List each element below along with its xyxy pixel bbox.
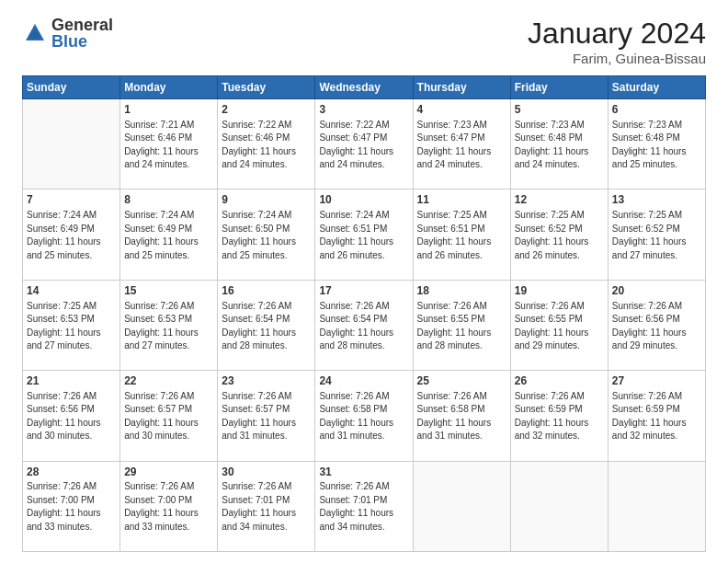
day-cell: 1Sunrise: 7:21 AMSunset: 6:46 PMDaylight…: [120, 99, 218, 190]
day-info: Sunrise: 7:26 AMSunset: 7:01 PMDaylight:…: [222, 480, 311, 534]
day-info: Sunrise: 7:25 AMSunset: 6:53 PMDaylight:…: [27, 300, 116, 353]
day-number: 27: [612, 373, 701, 389]
day-number: 21: [27, 373, 116, 389]
logo-text: General Blue: [51, 17, 113, 50]
day-cell: 6Sunrise: 7:23 AMSunset: 6:48 PMDaylight…: [608, 99, 705, 190]
day-info: Sunrise: 7:26 AMSunset: 6:57 PMDaylight:…: [222, 390, 311, 443]
day-cell: 9Sunrise: 7:24 AMSunset: 6:50 PMDaylight…: [218, 190, 315, 280]
day-header-thursday: Thursday: [413, 76, 510, 99]
day-cell: 8Sunrise: 7:24 AMSunset: 6:49 PMDaylight…: [120, 190, 218, 280]
day-number: 11: [417, 192, 506, 208]
day-header-sunday: Sunday: [23, 76, 120, 99]
day-cell: 19Sunrise: 7:26 AMSunset: 6:55 PMDayligh…: [510, 280, 608, 370]
day-number: 29: [124, 465, 213, 480]
day-cell: 16Sunrise: 7:26 AMSunset: 6:54 PMDayligh…: [218, 280, 315, 370]
day-info: Sunrise: 7:26 AMSunset: 7:01 PMDaylight:…: [319, 480, 408, 534]
month-title: January 2024: [528, 17, 706, 51]
day-cell: 4Sunrise: 7:23 AMSunset: 6:47 PMDaylight…: [413, 99, 510, 190]
day-info: Sunrise: 7:26 AMSunset: 6:58 PMDaylight:…: [319, 390, 408, 443]
day-number: 30: [222, 465, 311, 480]
day-cell: [23, 99, 120, 190]
week-row-3: 14Sunrise: 7:25 AMSunset: 6:53 PMDayligh…: [23, 280, 706, 370]
day-cell: 11Sunrise: 7:25 AMSunset: 6:51 PMDayligh…: [413, 190, 510, 280]
day-cell: 31Sunrise: 7:26 AMSunset: 7:01 PMDayligh…: [315, 461, 413, 551]
day-cell: 24Sunrise: 7:26 AMSunset: 6:58 PMDayligh…: [315, 371, 413, 461]
day-info: Sunrise: 7:26 AMSunset: 6:55 PMDaylight:…: [515, 300, 604, 353]
day-info: Sunrise: 7:26 AMSunset: 7:00 PMDaylight:…: [27, 480, 116, 534]
logo: General Blue: [22, 17, 113, 50]
day-info: Sunrise: 7:24 AMSunset: 6:49 PMDaylight:…: [27, 209, 116, 262]
day-number: 15: [124, 283, 213, 299]
day-number: 24: [319, 373, 408, 389]
day-info: Sunrise: 7:26 AMSunset: 6:53 PMDaylight:…: [124, 300, 213, 353]
day-cell: 25Sunrise: 7:26 AMSunset: 6:58 PMDayligh…: [413, 371, 510, 461]
day-cell: 21Sunrise: 7:26 AMSunset: 6:56 PMDayligh…: [23, 371, 120, 461]
day-cell: 27Sunrise: 7:26 AMSunset: 6:59 PMDayligh…: [608, 371, 705, 461]
day-number: 3: [319, 102, 408, 118]
day-cell: 7Sunrise: 7:24 AMSunset: 6:49 PMDaylight…: [23, 190, 120, 280]
day-cell: 23Sunrise: 7:26 AMSunset: 6:57 PMDayligh…: [218, 371, 315, 461]
day-cell: 30Sunrise: 7:26 AMSunset: 7:01 PMDayligh…: [218, 461, 315, 551]
day-header-friday: Friday: [510, 76, 608, 99]
day-info: Sunrise: 7:26 AMSunset: 6:58 PMDaylight:…: [417, 390, 506, 443]
day-number: 4: [417, 102, 506, 118]
day-cell: [608, 461, 705, 551]
day-number: 6: [612, 102, 701, 118]
day-cell: 17Sunrise: 7:26 AMSunset: 6:54 PMDayligh…: [315, 280, 413, 370]
day-number: 10: [319, 192, 408, 208]
day-cell: 18Sunrise: 7:26 AMSunset: 6:55 PMDayligh…: [413, 280, 510, 370]
day-number: 12: [515, 192, 604, 208]
day-header-saturday: Saturday: [608, 76, 705, 99]
day-cell: 10Sunrise: 7:24 AMSunset: 6:51 PMDayligh…: [315, 190, 413, 280]
day-number: 8: [124, 192, 213, 208]
day-cell: [510, 461, 608, 551]
day-info: Sunrise: 7:25 AMSunset: 6:52 PMDaylight:…: [612, 209, 701, 262]
day-info: Sunrise: 7:26 AMSunset: 6:59 PMDaylight:…: [612, 390, 701, 443]
day-cell: 20Sunrise: 7:26 AMSunset: 6:56 PMDayligh…: [608, 280, 705, 370]
day-number: 5: [515, 102, 604, 118]
logo-general-label: General: [51, 17, 113, 33]
day-info: Sunrise: 7:26 AMSunset: 7:00 PMDaylight:…: [124, 480, 213, 534]
location: Farim, Guinea-Bissau: [528, 51, 706, 66]
day-info: Sunrise: 7:22 AMSunset: 6:46 PMDaylight:…: [222, 119, 311, 172]
logo-icon: [22, 20, 48, 46]
calendar-body: 1Sunrise: 7:21 AMSunset: 6:46 PMDaylight…: [23, 99, 706, 552]
calendar-header: SundayMondayTuesdayWednesdayThursdayFrid…: [23, 76, 706, 99]
day-number: 18: [417, 283, 506, 299]
day-header-row: SundayMondayTuesdayWednesdayThursdayFrid…: [23, 76, 706, 99]
day-info: Sunrise: 7:26 AMSunset: 6:56 PMDaylight:…: [27, 390, 116, 443]
day-info: Sunrise: 7:23 AMSunset: 6:48 PMDaylight:…: [515, 119, 604, 172]
day-header-monday: Monday: [120, 76, 218, 99]
day-info: Sunrise: 7:25 AMSunset: 6:52 PMDaylight:…: [515, 209, 604, 262]
calendar: SundayMondayTuesdayWednesdayThursdayFrid…: [22, 75, 706, 552]
day-info: Sunrise: 7:24 AMSunset: 6:49 PMDaylight:…: [124, 209, 213, 262]
day-cell: [413, 461, 510, 551]
week-row-1: 1Sunrise: 7:21 AMSunset: 6:46 PMDaylight…: [23, 99, 706, 190]
day-info: Sunrise: 7:26 AMSunset: 6:57 PMDaylight:…: [124, 390, 213, 443]
day-number: 20: [612, 283, 701, 299]
day-cell: 14Sunrise: 7:25 AMSunset: 6:53 PMDayligh…: [23, 280, 120, 370]
day-number: 16: [222, 283, 311, 299]
logo-blue-label: Blue: [51, 33, 113, 50]
day-info: Sunrise: 7:26 AMSunset: 6:54 PMDaylight:…: [222, 300, 311, 353]
day-header-tuesday: Tuesday: [218, 76, 315, 99]
day-cell: 22Sunrise: 7:26 AMSunset: 6:57 PMDayligh…: [120, 371, 218, 461]
day-number: 7: [27, 192, 116, 208]
day-number: 14: [27, 283, 116, 299]
day-cell: 29Sunrise: 7:26 AMSunset: 7:00 PMDayligh…: [120, 461, 218, 551]
day-info: Sunrise: 7:24 AMSunset: 6:50 PMDaylight:…: [222, 209, 311, 262]
title-block: January 2024 Farim, Guinea-Bissau: [528, 17, 706, 66]
week-row-4: 21Sunrise: 7:26 AMSunset: 6:56 PMDayligh…: [23, 371, 706, 461]
day-number: 13: [612, 192, 701, 208]
day-cell: 5Sunrise: 7:23 AMSunset: 6:48 PMDaylight…: [510, 99, 608, 190]
day-info: Sunrise: 7:21 AMSunset: 6:46 PMDaylight:…: [124, 119, 213, 172]
day-info: Sunrise: 7:26 AMSunset: 6:56 PMDaylight:…: [612, 300, 701, 353]
day-header-wednesday: Wednesday: [315, 76, 413, 99]
day-number: 31: [319, 465, 408, 480]
day-number: 28: [27, 465, 116, 480]
header: General Blue January 2024 Farim, Guinea-…: [22, 17, 706, 66]
day-cell: 26Sunrise: 7:26 AMSunset: 6:59 PMDayligh…: [510, 371, 608, 461]
day-info: Sunrise: 7:23 AMSunset: 6:48 PMDaylight:…: [612, 119, 701, 172]
day-info: Sunrise: 7:26 AMSunset: 6:59 PMDaylight:…: [515, 390, 604, 443]
day-number: 25: [417, 373, 506, 389]
